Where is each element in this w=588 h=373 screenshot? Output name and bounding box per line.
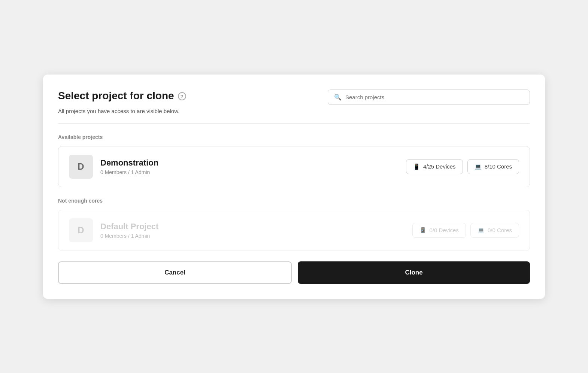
devices-label-demonstration: 4/25 Devices	[423, 163, 456, 170]
search-box: 🔍	[328, 90, 530, 105]
cores-label-demonstration: 8/10 Cores	[485, 163, 512, 170]
project-meta-demonstration: 0 Members / 1 Admin	[100, 169, 406, 175]
modal-subtitle: All projects you have access to are visi…	[58, 108, 530, 114]
device-icon-default: 📱	[419, 227, 427, 234]
device-icon-demonstration: 📱	[413, 163, 420, 170]
project-info-demonstration: Demonstration 0 Members / 1 Admin	[100, 158, 406, 175]
help-icon[interactable]: ?	[178, 92, 186, 100]
project-name-default: Default Project	[100, 222, 412, 231]
devices-badge-default: 📱 0/0 Devices	[412, 223, 466, 238]
section-divider	[58, 123, 530, 124]
modal-footer: Cancel Clone	[58, 261, 530, 284]
cancel-button[interactable]: Cancel	[58, 261, 292, 284]
project-stats-demonstration: 📱 4/25 Devices 💻 8/10 Cores	[406, 159, 519, 174]
search-icon: 🔍	[334, 94, 342, 101]
cores-label-default: 0/0 Cores	[488, 227, 512, 233]
cores-icon-default: 💻	[478, 227, 485, 234]
project-meta-default: 0 Members / 1 Admin	[100, 233, 412, 239]
project-name-demonstration: Demonstration	[100, 158, 406, 168]
select-project-modal: Select project for clone ? 🔍 All project…	[43, 75, 545, 299]
project-card-demonstration[interactable]: D Demonstration 0 Members / 1 Admin 📱 4/…	[58, 146, 530, 187]
avatar-default: D	[69, 218, 93, 242]
devices-label-default: 0/0 Devices	[430, 227, 459, 233]
search-input[interactable]	[345, 94, 524, 100]
cores-icon-demonstration: 💻	[475, 163, 482, 170]
project-card-default: D Default Project 0 Members / 1 Admin 📱 …	[58, 210, 530, 251]
cores-badge-demonstration: 💻 8/10 Cores	[467, 159, 519, 174]
title-area: Select project for clone ?	[58, 90, 186, 102]
cores-badge-default: 💻 0/0 Cores	[470, 223, 519, 238]
modal-title: Select project for clone	[58, 90, 174, 102]
project-stats-default: 📱 0/0 Devices 💻 0/0 Cores	[412, 223, 519, 238]
avatar-demonstration: D	[69, 155, 93, 179]
clone-button[interactable]: Clone	[298, 261, 530, 284]
modal-header: Select project for clone ? 🔍	[58, 90, 530, 105]
available-section-label: Available projects	[58, 134, 530, 140]
project-info-default: Default Project 0 Members / 1 Admin	[100, 222, 412, 239]
devices-badge-demonstration: 📱 4/25 Devices	[406, 159, 463, 174]
not-enough-section-label: Not enough cores	[58, 198, 530, 204]
